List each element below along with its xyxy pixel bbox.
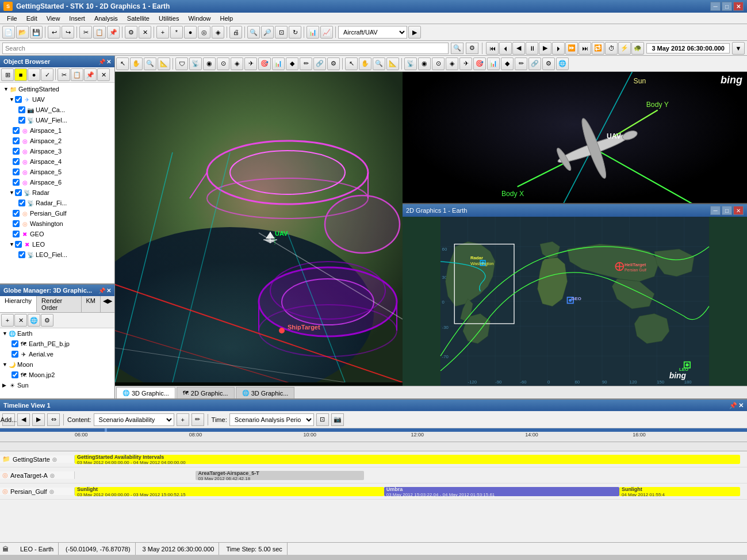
vt-c[interactable]: ◉ — [203, 57, 216, 70]
expand-uav-icon[interactable]: ▼ — [9, 97, 15, 102]
object-type-combo[interactable]: Aircraft/UAV — [338, 26, 407, 39]
view-2d-restore[interactable]: □ — [722, 206, 732, 215]
gm-add[interactable]: + — [1, 314, 14, 327]
search-input[interactable] — [2, 43, 449, 54]
tb-insert-c[interactable]: ● — [184, 26, 197, 39]
airspace1-checkbox[interactable] — [13, 127, 20, 134]
close-button[interactable]: ✕ — [733, 2, 744, 11]
expand-radar-icon[interactable]: ▼ — [9, 190, 15, 195]
leo-fiel-checkbox[interactable] — [18, 251, 25, 258]
gm-expand-moon[interactable]: ▼ — [2, 362, 8, 367]
panel-close-btn[interactable]: ✕ — [106, 59, 111, 65]
vt-g[interactable]: 🎯 — [258, 57, 271, 70]
gm-aerial-checkbox[interactable] — [12, 351, 18, 358]
step-forward-button[interactable]: ⏵ — [552, 42, 565, 55]
ob-color[interactable]: ■ — [14, 68, 27, 81]
vt-r3[interactable]: 🔍 — [373, 57, 385, 70]
menu-utilities[interactable]: Utilities — [154, 14, 183, 23]
gm-tab-km[interactable]: KM — [82, 296, 101, 312]
tree-item-gettingstarted[interactable]: ▼ 📁 GettingStarted — [1, 84, 113, 94]
gm-close-btn[interactable]: ✕ — [106, 287, 111, 294]
gm-settings[interactable]: ⚙ — [41, 314, 53, 327]
view-2d-minimize[interactable]: ─ — [710, 206, 721, 215]
vt-r7[interactable]: ⊙ — [432, 57, 445, 70]
window-controls[interactable]: ─ □ ✕ — [710, 2, 744, 11]
view-uav[interactable]: bing Sun Body Y Body X Body Z — [403, 72, 747, 204]
ob-check[interactable]: ✓ — [41, 68, 53, 81]
tb-insert-d[interactable]: ◎ — [198, 26, 210, 39]
tb-zoom-in[interactable]: 🔍 — [247, 26, 260, 39]
airspace5-checkbox[interactable] — [13, 168, 20, 175]
vt-r15[interactable]: ⚙ — [542, 57, 555, 70]
menu-window[interactable]: Window — [183, 14, 215, 23]
tb-insert-a[interactable]: + — [156, 26, 169, 39]
expand-leo-icon[interactable]: ▼ — [9, 241, 15, 247]
vt-r5[interactable]: 📡 — [404, 57, 417, 70]
tb-paste[interactable]: 📌 — [107, 26, 120, 39]
pause-button[interactable]: ⏸ — [526, 42, 538, 55]
tl-back-button[interactable]: ◀ — [17, 413, 30, 426]
tree-item-uav-ca[interactable]: 📷 UAV_Ca... — [1, 105, 113, 115]
vt-f[interactable]: ✈ — [244, 57, 257, 70]
fast-forward-button[interactable]: ⏩ — [565, 42, 578, 55]
tb-analysis-b[interactable]: 📈 — [320, 26, 333, 39]
gm-expand-earth[interactable]: ▼ — [2, 331, 8, 336]
persian-gulf-checkbox[interactable] — [13, 210, 20, 217]
menu-view[interactable]: View — [42, 14, 65, 23]
ob-dot[interactable]: ● — [28, 68, 40, 81]
gm-header-buttons[interactable]: 📌 ✕ — [98, 287, 111, 294]
tl-add-content[interactable]: + — [177, 413, 189, 426]
tab-3d-graphic-1[interactable]: 🌐 3D Graphic... — [116, 387, 175, 398]
tb-undo[interactable]: ↩ — [48, 26, 60, 39]
tb-fit[interactable]: ⊡ — [275, 26, 288, 39]
vt-r11[interactable]: 📊 — [487, 57, 500, 70]
uav-fiel-checkbox[interactable] — [18, 117, 25, 124]
gm-remove[interactable]: ✕ — [14, 314, 27, 327]
tree-item-uav-fiel[interactable]: 📡 UAV_Fiel... — [1, 115, 113, 125]
gm-tab-hierarchy[interactable]: Hierarchy — [0, 296, 37, 312]
gm-tree-item-aerial[interactable]: ✈ Aerial.ve — [0, 349, 114, 359]
tb-go[interactable]: ▶ — [408, 26, 421, 39]
gm-tree-item-sun[interactable]: ▶ ☀ Sun — [0, 380, 114, 390]
vt-measure[interactable]: 📐 — [158, 57, 170, 70]
datetime-settings-button[interactable]: ▼ — [732, 42, 745, 55]
menu-satellite[interactable]: Satellite — [122, 14, 154, 23]
gm-tree-item-moon-jp[interactable]: 🗺 Moon.jp2 — [0, 370, 114, 380]
tl-fit-time[interactable]: ⊡ — [316, 413, 329, 426]
tree-item-geo[interactable]: ✖ GEO — [1, 229, 113, 239]
minimize-button[interactable]: ─ — [710, 2, 721, 11]
end-button[interactable]: ⏭ — [579, 42, 591, 55]
vt-r9[interactable]: ✈ — [459, 57, 472, 70]
gm-expand-sun[interactable]: ▶ — [2, 382, 8, 388]
airspace3-checkbox[interactable] — [13, 148, 20, 155]
tb-analysis-a[interactable]: 📊 — [307, 26, 319, 39]
gm-tab-render[interactable]: Render Order — [37, 296, 81, 312]
content-combo[interactable]: Scenario Availability — [94, 413, 174, 426]
maximize-button[interactable]: □ — [722, 2, 732, 11]
vt-r12[interactable]: ◆ — [501, 57, 514, 70]
vt-r1[interactable]: ↖ — [345, 57, 358, 70]
panel-pin-button[interactable]: 📌 — [98, 59, 105, 65]
vt-b[interactable]: 📡 — [189, 57, 202, 70]
gm-moon-jp-checkbox[interactable] — [12, 371, 18, 378]
vt-l[interactable]: ⚙ — [327, 57, 340, 70]
geo-checkbox[interactable] — [13, 231, 20, 237]
gm-earth-pe-checkbox[interactable] — [12, 340, 18, 347]
vt-pan[interactable]: ✋ — [130, 57, 143, 70]
tree-item-uav[interactable]: ▼ ✈ UAV — [1, 94, 113, 105]
tl-fit-button[interactable]: ⇔ — [47, 413, 60, 426]
washington-checkbox[interactable] — [13, 220, 20, 227]
tl-add-button[interactable]: Add... — [2, 413, 15, 426]
vt-r10[interactable]: 🎯 — [473, 57, 486, 70]
menu-help[interactable]: Help — [216, 14, 238, 23]
menu-insert[interactable]: Insert — [64, 14, 90, 23]
vt-d[interactable]: ⊙ — [217, 57, 229, 70]
vt-r4[interactable]: 📐 — [386, 57, 399, 70]
play-button[interactable]: ▶ — [539, 42, 551, 55]
vt-r6[interactable]: ◉ — [418, 57, 431, 70]
vt-r14[interactable]: 🔗 — [528, 57, 541, 70]
vt-h[interactable]: 📊 — [272, 57, 285, 70]
ob-cut[interactable]: ✂ — [58, 68, 70, 81]
tb-new[interactable]: 📄 — [2, 26, 15, 39]
tb-print[interactable]: 🖨 — [229, 26, 242, 39]
